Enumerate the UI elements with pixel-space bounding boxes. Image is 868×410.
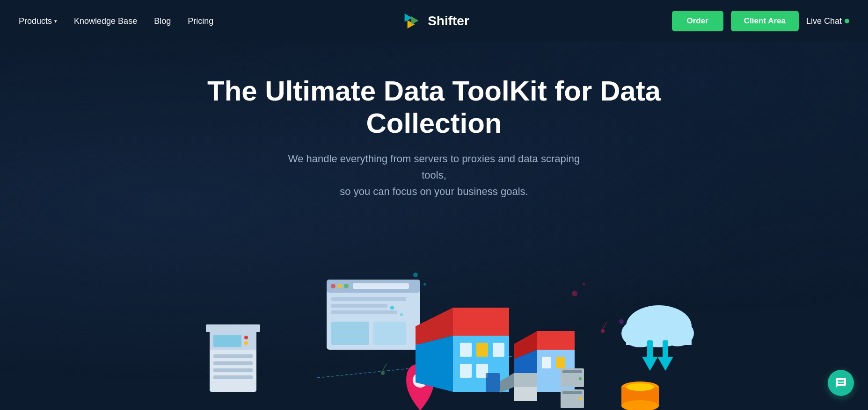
svg-point-76 bbox=[400, 313, 403, 316]
svg-rect-17 bbox=[213, 354, 253, 358]
nav-item-products[interactable]: Products ▾ bbox=[19, 16, 57, 26]
svg-point-75 bbox=[390, 306, 394, 309]
svg-marker-59 bbox=[642, 357, 658, 371]
svg-rect-57 bbox=[626, 326, 692, 345]
hero-illustration bbox=[0, 228, 868, 410]
nav-item-knowledge-base[interactable]: Knowledge Base bbox=[74, 16, 137, 26]
svg-point-79 bbox=[601, 329, 605, 333]
svg-rect-41 bbox=[493, 343, 504, 357]
svg-rect-14 bbox=[213, 335, 241, 347]
svg-point-72 bbox=[579, 377, 582, 380]
brand-name: Shifter bbox=[428, 14, 469, 29]
svg-line-78 bbox=[383, 364, 387, 371]
svg-rect-19 bbox=[213, 368, 253, 372]
chevron-down-icon: ▾ bbox=[54, 18, 57, 24]
svg-rect-58 bbox=[647, 340, 653, 359]
svg-point-26 bbox=[344, 284, 349, 288]
hero-heading: The Ultimate Data ToolKit for Data Colle… bbox=[177, 75, 692, 139]
svg-point-9 bbox=[619, 319, 624, 324]
svg-marker-61 bbox=[657, 357, 673, 371]
svg-rect-31 bbox=[331, 322, 369, 345]
svg-point-15 bbox=[244, 336, 248, 339]
svg-rect-32 bbox=[373, 322, 406, 345]
svg-rect-40 bbox=[476, 343, 488, 357]
svg-point-3 bbox=[413, 273, 418, 277]
navbar: Products ▾ Knowledge Base Blog Pricing S… bbox=[0, 0, 868, 42]
svg-line-80 bbox=[603, 322, 606, 329]
chat-bubble-icon bbox=[835, 377, 847, 389]
logo[interactable]: Shifter bbox=[399, 9, 469, 33]
svg-rect-39 bbox=[460, 343, 472, 357]
svg-rect-60 bbox=[663, 340, 668, 359]
svg-point-5 bbox=[572, 291, 577, 296]
nav-left: Products ▾ Knowledge Base Blog Pricing bbox=[19, 16, 213, 26]
chat-float-button[interactable] bbox=[828, 370, 854, 396]
svg-marker-53 bbox=[514, 387, 537, 401]
svg-rect-20 bbox=[213, 375, 253, 379]
illustration-svg bbox=[153, 237, 715, 410]
svg-rect-42 bbox=[460, 364, 472, 378]
nav-item-pricing[interactable]: Pricing bbox=[188, 16, 213, 26]
svg-marker-51 bbox=[514, 373, 537, 387]
svg-rect-30 bbox=[331, 310, 397, 314]
svg-marker-38 bbox=[416, 336, 453, 392]
svg-rect-49 bbox=[542, 357, 551, 368]
svg-rect-21 bbox=[206, 324, 260, 332]
svg-point-6 bbox=[583, 283, 585, 286]
hero-subheading: We handle everything from servers to pro… bbox=[275, 151, 593, 200]
svg-rect-18 bbox=[213, 361, 253, 365]
svg-marker-45 bbox=[537, 331, 575, 350]
svg-rect-27 bbox=[353, 283, 409, 289]
svg-line-10 bbox=[317, 368, 411, 378]
svg-point-73 bbox=[579, 397, 582, 400]
svg-rect-28 bbox=[331, 297, 406, 301]
svg-rect-70 bbox=[562, 391, 582, 394]
order-button[interactable]: Order bbox=[672, 11, 723, 31]
svg-rect-50 bbox=[556, 357, 565, 368]
live-chat-status-dot bbox=[845, 19, 849, 23]
nav-item-blog[interactable]: Blog bbox=[154, 16, 171, 26]
svg-point-24 bbox=[331, 284, 336, 288]
svg-rect-69 bbox=[562, 370, 582, 373]
svg-marker-35 bbox=[453, 308, 509, 336]
hero-section: The Ultimate Data ToolKit for Data Colle… bbox=[0, 42, 868, 200]
svg-point-16 bbox=[244, 341, 248, 345]
nav-right: Order Client Area Live Chat bbox=[672, 11, 849, 31]
svg-point-4 bbox=[423, 283, 426, 286]
svg-marker-2 bbox=[411, 16, 418, 25]
svg-rect-44 bbox=[486, 373, 500, 392]
svg-point-25 bbox=[337, 284, 342, 288]
svg-point-77 bbox=[381, 371, 385, 375]
client-area-button[interactable]: Client Area bbox=[731, 11, 799, 31]
live-chat-link[interactable]: Live Chat bbox=[806, 16, 849, 26]
svg-point-65 bbox=[626, 383, 654, 391]
logo-icon bbox=[399, 9, 423, 33]
svg-rect-29 bbox=[331, 304, 387, 308]
